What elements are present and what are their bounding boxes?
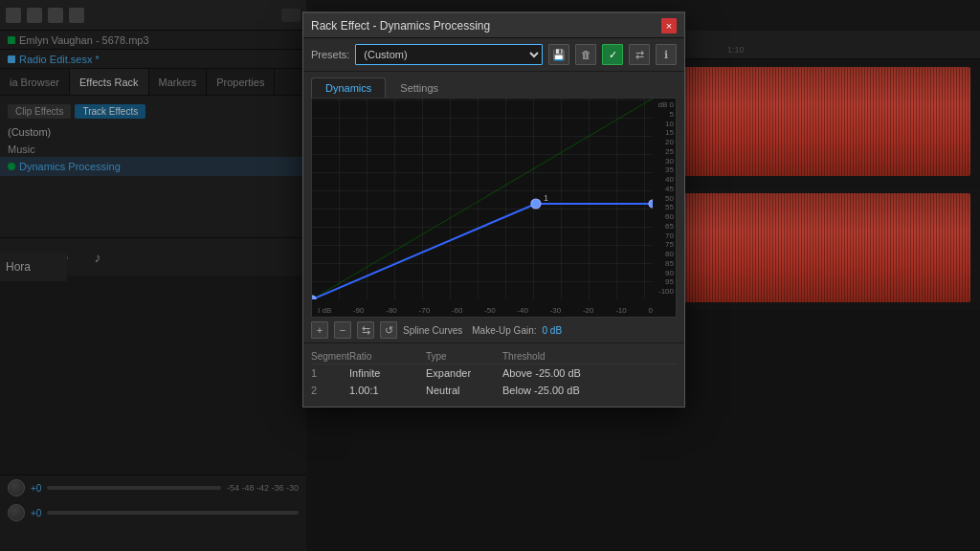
db-tick-35: 35 (651, 165, 674, 174)
header-segment: Segment (311, 351, 349, 362)
db-tick-85: 85 (651, 259, 674, 268)
db-tick-80: 80 (651, 250, 674, 258)
dialog-title: Rack Effect - Dynamics Processing (311, 19, 490, 33)
effect-tabs: Dynamics Settings (303, 72, 684, 98)
db-tick-15: 15 (651, 128, 674, 137)
seg1-num: 1 (311, 367, 349, 379)
svg-text:1: 1 (544, 193, 548, 203)
presets-dropdown[interactable]: (Custom) (355, 44, 543, 65)
db-tick-100: -100 (651, 287, 674, 296)
db-tick-70: 70 (651, 231, 674, 240)
db-tick-50: 50 (651, 194, 674, 203)
remove-point-button[interactable]: − (334, 321, 351, 339)
graph-toolbar: + − ⇆ ↺ Spline Curves Make-Up Gain: 0 dB (303, 318, 684, 343)
seg1-type: Expander (426, 367, 502, 379)
preset-info-button[interactable]: ℹ (656, 44, 677, 65)
segment-row-2[interactable]: 2 1.00:1 Neutral Below -25.00 dB (311, 382, 677, 399)
x-tick-10: -10 (615, 306, 627, 315)
svg-point-2 (531, 199, 541, 209)
db-tick-10: 10 (651, 120, 674, 128)
x-axis: I dB -90 -80 -70 -60 -50 -40 -30 -20 -10… (318, 306, 653, 315)
x-tick-idb: I dB (318, 306, 331, 315)
rack-effect-dialog: Rack Effect - Dynamics Processing × Pres… (302, 11, 685, 408)
presets-bar: Presets: (Custom) 💾 🗑 ✓ ⇄ ℹ (303, 38, 684, 72)
add-point-button[interactable]: + (311, 321, 328, 339)
preset-bypass-button[interactable]: ⇄ (629, 44, 650, 65)
header-threshold: Threshold (502, 351, 617, 362)
makeup-value: 0 dB (543, 325, 563, 336)
seg2-type: Neutral (426, 385, 502, 396)
db-scale: dB 0 5 10 15 20 25 30 35 40 45 50 55 60 … (651, 99, 674, 298)
seg1-ratio: Infinite (349, 367, 426, 379)
preset-delete-button[interactable]: 🗑 (575, 44, 596, 65)
db-tick-0: dB 0 (651, 100, 674, 109)
graph-container: 1 dB 0 5 10 15 20 25 30 35 40 45 50 55 6… (311, 98, 677, 318)
tab-dynamics[interactable]: Dynamics (311, 77, 386, 98)
seg1-threshold: Above -25.00 dB (502, 367, 617, 379)
x-tick-20: -20 (583, 306, 594, 315)
preset-save-button[interactable]: 💾 (548, 44, 569, 65)
segment-table: Segment Ratio Type Threshold 1 Infinite … (303, 343, 684, 407)
spline-label: Spline Curves (403, 325, 462, 336)
db-tick-40: 40 (651, 175, 674, 184)
db-tick-20: 20 (651, 138, 674, 146)
db-tick-5: 5 (651, 110, 674, 119)
x-tick-70: -70 (419, 306, 431, 315)
dynamics-curve-svg: 1 (312, 99, 653, 299)
seg2-ratio: 1.00:1 (349, 385, 426, 396)
db-tick-25: 25 (651, 147, 674, 156)
dialog-close-button[interactable]: × (661, 18, 677, 33)
db-tick-90: 90 (651, 269, 674, 277)
db-tick-55: 55 (651, 203, 674, 211)
x-tick-30: -30 (550, 306, 562, 315)
db-tick-95: 95 (651, 277, 674, 286)
tab-settings[interactable]: Settings (386, 77, 453, 98)
db-tick-30: 30 (651, 157, 674, 165)
x-tick-50: -50 (484, 306, 496, 315)
x-tick-60: -60 (452, 306, 463, 315)
segment-row-1[interactable]: 1 Infinite Expander Above -25.00 dB (311, 364, 677, 382)
header-ratio: Ratio (349, 351, 426, 362)
svg-line-0 (312, 99, 653, 299)
presets-label: Presets: (311, 49, 349, 60)
svg-point-1 (312, 296, 316, 299)
db-tick-65: 65 (651, 222, 674, 231)
db-tick-60: 60 (651, 212, 674, 221)
segment-header-row: Segment Ratio Type Threshold (311, 349, 677, 364)
x-tick-90: -90 (353, 306, 365, 315)
x-tick-0: 0 (648, 306, 652, 315)
preset-apply-button[interactable]: ✓ (602, 44, 623, 65)
seg2-threshold: Below -25.00 dB (502, 385, 617, 396)
seg2-num: 2 (311, 385, 349, 396)
dialog-titlebar: Rack Effect - Dynamics Processing × (303, 13, 684, 38)
reset-button[interactable]: ↺ (380, 321, 397, 339)
flip-button[interactable]: ⇆ (357, 321, 374, 339)
x-tick-80: -80 (386, 306, 397, 315)
header-type: Type (426, 351, 502, 362)
x-tick-40: -40 (517, 306, 528, 315)
db-tick-45: 45 (651, 185, 674, 193)
makeup-label: Make-Up Gain: (472, 325, 536, 336)
db-tick-75: 75 (651, 240, 674, 249)
